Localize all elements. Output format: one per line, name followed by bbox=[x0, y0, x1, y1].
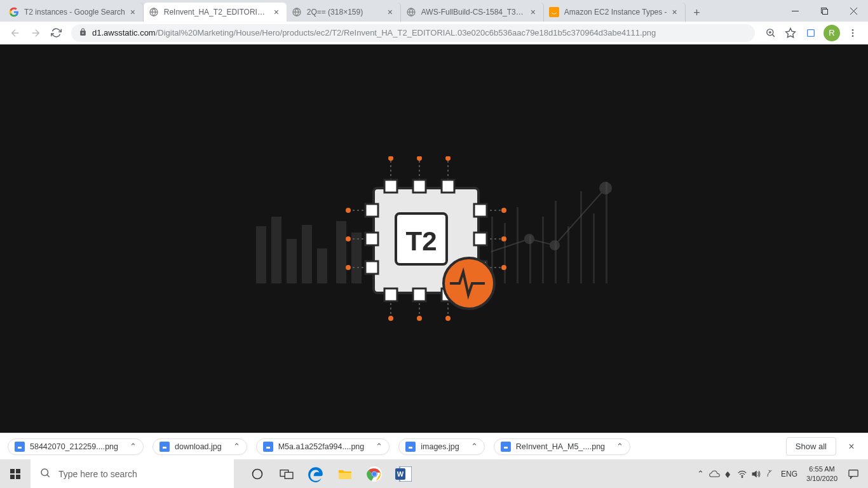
svg-rect-20 bbox=[517, 207, 519, 283]
close-window-button[interactable] bbox=[839, 0, 868, 22]
svg-rect-3 bbox=[549, 7, 559, 17]
svg-rect-13 bbox=[287, 239, 297, 283]
extension-icon[interactable] bbox=[802, 24, 820, 42]
download-item[interactable]: M5a.a1a252fa994....png ⌃ bbox=[256, 438, 390, 455]
svg-rect-5 bbox=[822, 9, 827, 14]
svg-rect-80 bbox=[504, 447, 508, 449]
download-item[interactable]: images.jpg ⌃ bbox=[398, 438, 484, 455]
download-name: images.jpg bbox=[421, 442, 459, 451]
back-button[interactable] bbox=[6, 24, 24, 42]
svg-point-52 bbox=[388, 316, 393, 321]
wifi-icon[interactable] bbox=[735, 459, 749, 488]
svg-rect-59 bbox=[474, 204, 487, 217]
svg-point-29 bbox=[550, 241, 559, 250]
svg-text:T2: T2 bbox=[405, 226, 437, 256]
download-name: M5a.a1a252fa994....png bbox=[278, 442, 365, 451]
window-controls bbox=[780, 0, 868, 22]
word-icon[interactable]: W bbox=[389, 459, 418, 488]
download-name: ReInvent_HA_M5_....png bbox=[516, 442, 605, 451]
svg-rect-16 bbox=[336, 221, 346, 283]
download-item[interactable]: 58442070_212259....png ⌃ bbox=[8, 438, 144, 455]
svg-point-9 bbox=[852, 32, 854, 34]
svg-rect-84 bbox=[285, 472, 293, 478]
reload-button[interactable] bbox=[47, 24, 65, 42]
notifications-icon[interactable] bbox=[843, 459, 864, 488]
tab-title: Amazon EC2 Instance Types - bbox=[564, 8, 667, 17]
zoom-icon[interactable] bbox=[761, 24, 779, 42]
svg-point-28 bbox=[525, 234, 534, 243]
download-name: 58442070_212259....png bbox=[30, 442, 118, 451]
download-item[interactable]: download.jpg ⌃ bbox=[153, 438, 247, 455]
svg-rect-7 bbox=[808, 29, 815, 36]
menu-icon[interactable] bbox=[844, 24, 862, 42]
close-icon[interactable]: × bbox=[385, 7, 395, 17]
tray-chevron-icon[interactable]: ⌃ bbox=[693, 459, 707, 488]
chevron-up-icon[interactable]: ⌃ bbox=[233, 442, 240, 451]
task-view-icon[interactable] bbox=[272, 459, 301, 488]
svg-rect-78 bbox=[409, 447, 412, 449]
language-indicator[interactable]: ENG bbox=[777, 470, 801, 478]
svg-rect-64 bbox=[442, 180, 454, 193]
clock[interactable]: 6:55 AM3/10/2020 bbox=[801, 464, 843, 483]
svg-rect-60 bbox=[474, 233, 487, 245]
chevron-up-icon[interactable]: ⌃ bbox=[130, 442, 137, 451]
tab-title: T2 instances - Google Search bbox=[24, 8, 125, 17]
svg-point-8 bbox=[852, 29, 854, 31]
lock-icon bbox=[79, 28, 87, 38]
profile-avatar[interactable]: R bbox=[824, 25, 840, 41]
search-input[interactable]: Type here to search bbox=[31, 459, 234, 488]
network-icon[interactable] bbox=[721, 459, 735, 488]
svg-point-45 bbox=[346, 265, 351, 270]
svg-rect-66 bbox=[413, 288, 426, 301]
file-icon bbox=[405, 442, 416, 452]
svg-point-46 bbox=[501, 208, 506, 213]
tab-aws-fullbuild[interactable]: AWS-FullBuild-CS-1584_T3 Inst × bbox=[401, 3, 544, 22]
close-icon[interactable]: × bbox=[271, 7, 281, 17]
show-all-button[interactable]: Show all bbox=[786, 437, 836, 456]
maximize-button[interactable] bbox=[810, 0, 839, 22]
file-icon bbox=[263, 442, 273, 452]
input-icon[interactable] bbox=[763, 459, 777, 488]
svg-rect-12 bbox=[271, 217, 281, 283]
svg-point-92 bbox=[742, 477, 743, 478]
close-icon[interactable]: × bbox=[128, 7, 138, 17]
new-tab-button[interactable]: + bbox=[688, 4, 706, 22]
svg-text:W: W bbox=[397, 470, 404, 478]
chevron-up-icon[interactable]: ⌃ bbox=[376, 442, 383, 451]
url-input[interactable]: d1.awsstatic.com/Digital%20Marketing/Hou… bbox=[71, 24, 755, 42]
tab-title: AWS-FullBuild-CS-1584_T3 Inst bbox=[421, 8, 526, 17]
svg-rect-76 bbox=[266, 447, 270, 449]
file-explorer-icon[interactable] bbox=[330, 459, 360, 488]
tab-amazon-ec2[interactable]: Amazon EC2 Instance Types - × bbox=[544, 3, 686, 22]
forward-button[interactable] bbox=[27, 24, 44, 42]
minimize-button[interactable] bbox=[780, 0, 810, 22]
chevron-up-icon[interactable]: ⌃ bbox=[616, 442, 623, 451]
taskbar-apps: W bbox=[243, 459, 418, 488]
tab-google-search[interactable]: T2 instances - Google Search × bbox=[4, 3, 144, 22]
chevron-up-icon[interactable]: ⌃ bbox=[471, 442, 478, 451]
svg-point-49 bbox=[388, 156, 393, 161]
svg-point-54 bbox=[445, 316, 451, 321]
cortana-icon[interactable] bbox=[243, 459, 272, 488]
svg-rect-26 bbox=[593, 214, 595, 283]
tab-active[interactable]: ReInvent_HA_T2_EDITORIAL.03 × bbox=[144, 3, 287, 22]
close-downloads-button[interactable]: × bbox=[843, 438, 860, 456]
close-icon[interactable]: × bbox=[528, 7, 538, 17]
file-icon bbox=[15, 442, 25, 452]
onedrive-icon[interactable] bbox=[707, 459, 721, 488]
volume-icon[interactable] bbox=[749, 459, 763, 488]
close-icon[interactable]: × bbox=[670, 7, 680, 17]
edge-icon[interactable] bbox=[301, 459, 330, 488]
tab-title: 2Q== (318×159) bbox=[307, 8, 383, 17]
tab-2q[interactable]: 2Q== (318×159) × bbox=[287, 3, 401, 22]
svg-rect-17 bbox=[351, 233, 362, 283]
chrome-icon[interactable] bbox=[360, 459, 389, 488]
star-icon[interactable] bbox=[782, 24, 799, 42]
search-placeholder: Type here to search bbox=[58, 469, 137, 479]
system-tray: ⌃ ENG 6:55 AM3/10/2020 bbox=[693, 459, 868, 488]
download-item[interactable]: ReInvent_HA_M5_....png ⌃ bbox=[494, 438, 630, 455]
svg-rect-72 bbox=[18, 447, 22, 449]
start-button[interactable] bbox=[0, 459, 31, 488]
svg-rect-58 bbox=[365, 261, 378, 274]
svg-rect-27 bbox=[606, 182, 607, 283]
